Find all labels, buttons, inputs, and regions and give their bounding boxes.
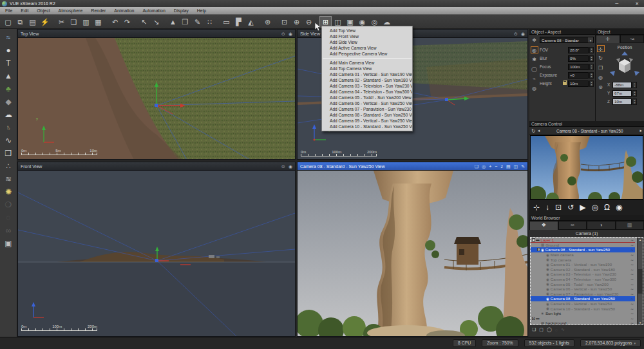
menu-option[interactable]: Add Camera 06 - Vertical - Sun Yaw250 Vi… [322, 100, 412, 106]
close-button[interactable]: ✕ [635, 1, 639, 6]
menu-option[interactable]: Add Camera 04 - Television - Sun Yaw300 … [322, 89, 412, 95]
menu-item[interactable]: Display [174, 8, 189, 13]
planet-tool-icon[interactable]: ♄ [2, 121, 15, 134]
new-file-icon[interactable]: ▢ [2, 16, 14, 28]
pan-icon[interactable]: ⊹ [533, 203, 540, 212]
group-tool-icon[interactable]: ❍ [2, 198, 15, 211]
menu-item[interactable]: Edit [21, 8, 28, 13]
tree-row-collapsed[interactable]: + ▬ ∼ [531, 316, 635, 321]
undo-icon[interactable]: ↶ [109, 16, 121, 28]
open-file-icon[interactable]: ⧉ [14, 16, 26, 28]
tree-row-camera[interactable]: ◉ Top camera ∼ [531, 257, 635, 262]
text-tool-icon[interactable]: T [2, 57, 15, 70]
rotation-mode-icon[interactable]: ↻ [597, 55, 605, 62]
menu-option[interactable]: Add Side View [322, 39, 412, 45]
scroll-up-icon[interactable]: ▴ [639, 238, 641, 241]
tree-row-camera[interactable]: ◉ Camera 03 - Television - sun Yaw230 ∼ [531, 272, 635, 277]
visibility-icon[interactable]: ∼ [630, 301, 634, 306]
visibility-icon[interactable]: ∼ [630, 262, 634, 267]
stepper[interactable]: ▴▾ [632, 82, 637, 88]
menu-item[interactable]: Object [37, 8, 50, 13]
chevron-down-icon[interactable]: ▾ [588, 37, 593, 42]
zoom-indicator[interactable]: Zoom : 750% [482, 339, 518, 347]
camera-select[interactable]: Camera 08 - Standar ▾ [540, 37, 594, 43]
play-icon[interactable]: ▶ [580, 203, 585, 212]
vp-zoom-icon[interactable]: ◎ [482, 163, 486, 170]
stepper[interactable]: ▴▾ [589, 80, 594, 87]
tab-materials[interactable]: ◑ [587, 221, 616, 230]
menu-option[interactable]: Add Camera 02 - Standard - Sun Yaw180 Vi… [322, 77, 412, 83]
tree-row-camera[interactable]: ◉ Camera 06 - Vertical - sun Yaw250 ∼ [531, 287, 635, 292]
tab-objects[interactable]: ❖ [529, 221, 558, 230]
visibility-icon[interactable]: ∼ [630, 282, 634, 287]
camera-view-canvas[interactable] [298, 171, 527, 336]
numerics-icon[interactable]: ❖ [531, 37, 538, 44]
vp-z-icon[interactable]: z [500, 163, 503, 170]
animation-icon[interactable]: ◍ [531, 85, 538, 92]
menu-option[interactable]: Add Perspective Camera View [322, 51, 412, 57]
menu-item[interactable]: File [5, 8, 12, 13]
object-editor-icon[interactable]: ❒ [179, 16, 191, 28]
expander-icon[interactable]: − [537, 248, 540, 251]
visibility-icon[interactable]: ∼ [630, 311, 634, 316]
water-tool-icon[interactable]: ≈ [2, 31, 15, 44]
expander-icon[interactable]: − [532, 238, 535, 241]
menu-item[interactable]: Help [197, 8, 206, 13]
snapshot-icon[interactable]: ◉ [616, 203, 622, 212]
tab-links[interactable]: ∞ [558, 221, 587, 230]
tree-row-background[interactable]: ▨ background ∼ [531, 321, 635, 325]
lens-icon[interactable]: ◯ [531, 66, 538, 73]
tree-row-camera[interactable]: ◉ Camera 08 - Standard - sun Yaw250 ∼ [531, 296, 635, 301]
visibility-icon[interactable]: ∼ [630, 321, 634, 325]
expander-icon[interactable]: + [532, 317, 535, 320]
scatter-tool-icon[interactable]: ∴ [2, 160, 15, 173]
menu-option[interactable]: Add Camera 07 - Panavision - Sun Yaw230 … [322, 106, 412, 112]
aspect-icon[interactable]: ◎ [531, 46, 538, 53]
tab-motion[interactable]: ↝ [620, 35, 644, 43]
viewport-top-header[interactable]: Top View ⊙◉ [18, 30, 295, 38]
menu-option[interactable]: Add Camera 09 - Vertical - Sun Yaw250 Vi… [322, 118, 412, 124]
sphere-tool-icon[interactable]: ● [2, 44, 15, 57]
save-file-icon[interactable]: ▤ [26, 16, 39, 28]
show-all-icon[interactable]: ◯ [547, 327, 552, 332]
network-render-icon[interactable]: ⊛ [261, 16, 274, 28]
quick-save-icon[interactable]: ⚡ [39, 16, 51, 28]
vp-plus-icon[interactable]: + [489, 163, 491, 170]
terrain-tool-icon[interactable]: ▲ [2, 70, 15, 82]
tab-statistics[interactable]: ▥ [616, 221, 644, 230]
effects-icon[interactable]: ✱ [531, 56, 538, 63]
zoom-out-icon[interactable]: ⊖ [303, 16, 315, 28]
stepper[interactable]: ▴▾ [632, 90, 637, 97]
vp-edit-icon[interactable]: ✎ [521, 163, 525, 170]
vp-camera-icon[interactable]: ◉ [289, 163, 292, 170]
stepper[interactable]: ▴▾ [589, 55, 594, 62]
material-editor-icon[interactable]: ✎ [191, 16, 204, 28]
visibility-icon[interactable]: ∼ [630, 316, 634, 321]
stepper[interactable]: ▴▾ [589, 72, 594, 79]
visibility-icon[interactable]: ∼ [630, 292, 634, 296]
axis-value[interactable]: -88m [612, 82, 632, 88]
tree-row-camera[interactable]: ◉ Camera 04 - Television - sun Yaw300 ∼ [531, 277, 635, 282]
visibility-icon[interactable]: ∼ [630, 307, 634, 311]
metablob-tool-icon[interactable]: ◌ [2, 211, 15, 224]
menu-item[interactable]: Animation [114, 8, 134, 13]
drop-icon[interactable]: ↓ [545, 203, 549, 212]
field-value[interactable]: 0% [568, 55, 589, 62]
scroll-down-icon[interactable]: ▾ [639, 321, 641, 325]
menu-option[interactable]: Add Main Camera View [322, 60, 412, 66]
layer-blank-icon[interactable]: ▢ [539, 327, 544, 332]
vp-camera-icon[interactable]: ◉ [289, 30, 292, 37]
wind-tool-icon[interactable]: ≋ [2, 173, 15, 185]
twist-mode-icon[interactable]: ◍ [597, 74, 605, 81]
render-area-icon[interactable]: ▣ [2, 237, 15, 250]
lock-icon[interactable] [563, 82, 567, 85]
color-settings-icon[interactable]: ∷ [204, 16, 216, 28]
viewport-camera-header[interactable]: Camera 08 - Standard - Sun Yaw250 View ❏… [298, 162, 527, 171]
tree-row-camera-group[interactable]: − ◉ Camera 08 - Standard - sun Yaw250 ∼ [531, 247, 635, 252]
visibility-icon[interactable]: ∼ [630, 296, 634, 301]
menu-item[interactable]: Render [91, 8, 106, 13]
menu-option[interactable]: Add Top Camera View [322, 66, 412, 71]
light-tool-icon[interactable]: ✺ [2, 185, 15, 198]
tree-row-camera[interactable]: ◉ Camera 05 - Todd! - sun Yaw200 ∼ [531, 281, 635, 287]
tree-row-camera[interactable]: ◉ Camera 01 - Vertical - sun Yaw190 ∼ [531, 262, 635, 267]
